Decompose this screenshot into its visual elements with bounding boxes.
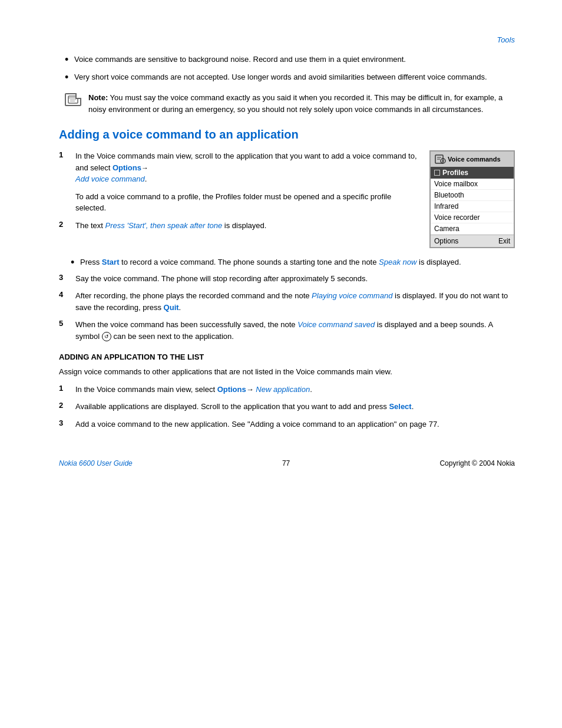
phone-title-bar: Voice commands bbox=[431, 151, 514, 167]
step-5: 5 When the voice command has been succes… bbox=[59, 319, 515, 342]
adding-intro: Assign voice commands to other applicati… bbox=[59, 366, 515, 378]
select-bold: Select bbox=[389, 402, 411, 411]
two-column-section: 1 In the Voice commands main view, scrol… bbox=[59, 150, 515, 248]
step-2: 2 The text Press 'Start', then speak aft… bbox=[59, 220, 418, 232]
options-link-1: Options bbox=[113, 163, 141, 172]
phone-item-2: Bluetooth bbox=[431, 190, 514, 201]
step-number-2: 2 bbox=[59, 220, 75, 229]
note-text: Note: You must say the voice command exa… bbox=[88, 92, 515, 115]
bullet-item-1: • Voice commands are sensitive to backgr… bbox=[59, 54, 515, 67]
new-app-link: New application bbox=[256, 385, 310, 394]
note-body: You must say the voice command exactly a… bbox=[88, 93, 503, 114]
step-1-note: To add a voice command to a profile, the… bbox=[75, 191, 418, 214]
note-label: Note: bbox=[88, 93, 108, 102]
adding-subheading: ADDING AN APPLICATION TO THE LIST bbox=[59, 353, 515, 361]
phone-title: Voice commands bbox=[448, 156, 501, 163]
adding-step-1-text: In the Voice commands main view, select … bbox=[75, 384, 312, 396]
options-link-2: Options bbox=[217, 385, 246, 394]
symbol-icon: ↺ bbox=[102, 332, 111, 341]
step-4: 4 After recording, the phone plays the r… bbox=[59, 290, 515, 313]
footer-center: 77 bbox=[282, 459, 290, 467]
step-number-1: 1 bbox=[59, 150, 75, 159]
adding-step-number-1: 1 bbox=[59, 384, 75, 393]
page: Tools • Voice commands are sensitive to … bbox=[0, 0, 562, 728]
start-bold: Start bbox=[102, 258, 120, 266]
voice-commands-icon bbox=[434, 153, 446, 165]
quit-bold: Quit bbox=[164, 303, 179, 312]
phone-item-3: Infrared bbox=[431, 201, 514, 212]
bullet-item-2: • Very short voice commands are not acce… bbox=[59, 71, 515, 84]
press-start-text: Press 'Start', then speak after tone bbox=[105, 221, 223, 230]
bullet-dot-2: • bbox=[65, 71, 74, 84]
arrow-1: → bbox=[141, 164, 148, 172]
note-icon-shape bbox=[65, 93, 81, 106]
adding-step-3: 3 Add a voice command to the new applica… bbox=[59, 419, 515, 430]
folder-checkbox bbox=[434, 170, 440, 176]
adding-step-2: 2 Available applications are displayed. … bbox=[59, 401, 515, 413]
step-content: 1 In the Voice commands main view, scrol… bbox=[59, 150, 418, 237]
bullet-text-1: Voice commands are sensitive to backgrou… bbox=[74, 54, 406, 65]
step-number-4: 4 bbox=[59, 290, 75, 299]
content-area: Tools • Voice commands are sensitive to … bbox=[0, 0, 562, 503]
note-svg-icon bbox=[68, 95, 78, 104]
step-2-text: The text Press 'Start', then speak after… bbox=[75, 220, 266, 232]
bullet-dot-1: • bbox=[65, 54, 74, 67]
phone-item-4: Voice recorder bbox=[431, 212, 514, 223]
footer-left: Nokia 6600 User Guide bbox=[59, 459, 133, 467]
adding-step-2-text: Available applications are displayed. Sc… bbox=[75, 401, 414, 413]
adding-step-3-text: Add a voice command to the new applicati… bbox=[75, 419, 439, 430]
adding-step-1: 1 In the Voice commands main view, selec… bbox=[59, 384, 515, 396]
step-3-text: Say the voice command. The phone will st… bbox=[75, 273, 368, 285]
tools-text: Tools bbox=[497, 35, 515, 44]
phone-item-1: Voice mailbox bbox=[431, 179, 514, 190]
step-5-text: When the voice command has been successf… bbox=[75, 319, 515, 342]
playing-italic: Playing voice command bbox=[312, 291, 392, 300]
step-4-text: After recording, the phone plays the rec… bbox=[75, 290, 515, 313]
step-1-text: In the Voice commands main view, scroll … bbox=[75, 150, 418, 185]
page-footer: Nokia 6600 User Guide 77 Copyright © 200… bbox=[59, 453, 515, 467]
svg-point-8 bbox=[442, 160, 444, 162]
phone-bottom-bar: Options Exit bbox=[431, 235, 514, 247]
note-box: Note: You must say the voice command exa… bbox=[59, 92, 515, 115]
note-icon bbox=[65, 93, 84, 106]
voice-saved-italic: Voice command saved bbox=[297, 320, 375, 329]
sub-bullet-text: Press Start to record a voice command. T… bbox=[80, 256, 461, 268]
main-heading: Adding a voice command to an application bbox=[59, 127, 515, 142]
adding-step-number-3: 3 bbox=[59, 419, 75, 427]
phone-folder-bar: Profiles bbox=[431, 167, 514, 179]
sub-bullet-dot: • bbox=[71, 256, 80, 269]
add-voice-command-link: Add voice command bbox=[75, 174, 145, 183]
step-number-3: 3 bbox=[59, 273, 75, 282]
step-1: 1 In the Voice commands main view, scrol… bbox=[59, 150, 418, 185]
phone-screenshot: Voice commands Profiles Voice mailbox Bl… bbox=[429, 150, 515, 248]
step-3: 3 Say the voice command. The phone will … bbox=[59, 273, 515, 285]
phone-options[interactable]: Options bbox=[434, 237, 458, 245]
adding-step-number-2: 2 bbox=[59, 401, 75, 410]
phone-item-5: Camera bbox=[431, 223, 514, 235]
step-number-5: 5 bbox=[59, 319, 75, 328]
folder-label: Profiles bbox=[442, 169, 468, 177]
section-label: Tools bbox=[59, 35, 515, 44]
bullet-section: • Voice commands are sensitive to backgr… bbox=[59, 54, 515, 84]
phone-exit[interactable]: Exit bbox=[498, 237, 510, 245]
sub-bullet-start: • Press Start to record a voice command.… bbox=[71, 256, 515, 269]
speak-now-italic: Speak now bbox=[379, 258, 416, 266]
footer-right: Copyright © 2004 Nokia bbox=[439, 459, 515, 467]
bullet-text-2: Very short voice commands are not accept… bbox=[74, 71, 487, 83]
